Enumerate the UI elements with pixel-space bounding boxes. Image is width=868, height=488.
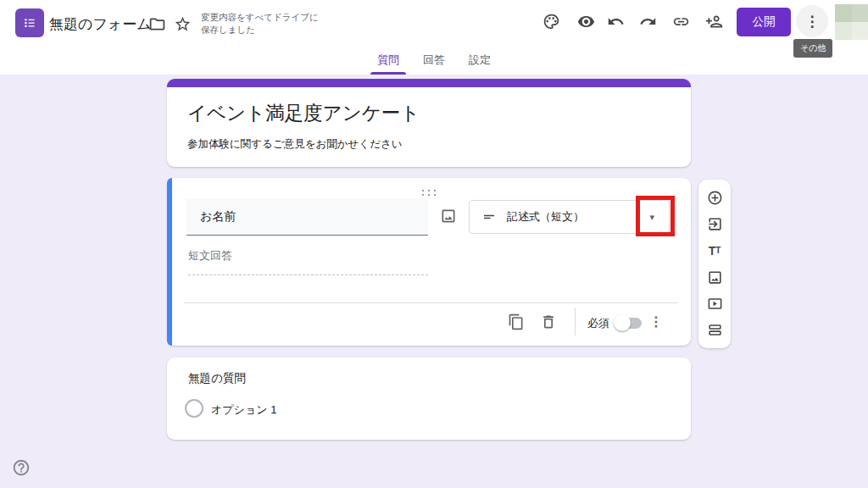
star-button[interactable] (172, 14, 192, 34)
question-type-label: 記述式（短文） (507, 209, 584, 225)
top-bar: 無題のフォーム 変更内容をすべてドライブに 保存しました 公開 (0, 0, 868, 75)
form-card-title[interactable]: イベント満足度アンケート (187, 100, 670, 126)
drag-handle[interactable] (420, 185, 437, 200)
radio-option-icon[interactable] (185, 399, 203, 418)
copy-icon (508, 313, 525, 330)
annotation-highlight-box (636, 196, 675, 236)
question-footer-divider (184, 302, 677, 303)
image-icon (440, 208, 457, 225)
footer-separator (575, 308, 576, 336)
import-questions-icon (707, 216, 723, 232)
redo-button[interactable] (637, 11, 658, 31)
form-header-card[interactable]: イベント満足度アンケート 参加体験に関するご意見をお聞かせください (167, 79, 691, 167)
duplicate-question-button[interactable] (506, 312, 526, 332)
add-video-button[interactable] (706, 296, 723, 313)
google-forms-editor: 無題のフォーム 変更内容をすべてドライブに 保存しました 公開 (0, 0, 868, 488)
drag-dots-icon (420, 189, 437, 197)
import-questions-button[interactable] (706, 215, 723, 232)
section-icon (707, 322, 723, 338)
short-answer-icon (481, 209, 497, 225)
redo-icon (639, 13, 657, 30)
option-label[interactable]: オプション 1 (211, 402, 276, 418)
preview-button[interactable] (576, 11, 596, 31)
untitled-question-title[interactable]: 無題の質問 (188, 371, 246, 386)
save-status-line1: 変更内容をすべてドライブに (201, 11, 319, 24)
link-icon (672, 13, 690, 30)
video-icon (707, 296, 723, 312)
floating-toolbar: TT (698, 180, 731, 348)
save-status-line2: 保存しました (201, 24, 319, 36)
form-title[interactable]: 無題のフォーム (49, 14, 152, 34)
undo-button[interactable] (605, 11, 626, 31)
palette-icon (542, 13, 560, 30)
question-title-input[interactable]: お名前 (186, 199, 428, 236)
question-more-button[interactable]: ⋮ (646, 311, 666, 331)
toggle-knob (614, 314, 631, 331)
form-card-accent-band (167, 79, 691, 87)
trash-icon (540, 313, 557, 330)
delete-question-button[interactable] (538, 312, 559, 332)
publish-button[interactable]: 公開 (737, 8, 791, 36)
form-card-description[interactable]: 参加体験に関するご意見をお聞かせください (187, 137, 670, 152)
add-section-button[interactable] (706, 322, 723, 339)
required-toggle[interactable] (616, 318, 642, 329)
tab-settings[interactable]: 設定 (462, 48, 498, 75)
forms-logo-icon[interactable] (15, 8, 44, 37)
add-image-toolbar-button[interactable] (706, 269, 723, 286)
folder-icon (148, 15, 166, 33)
image-icon (707, 269, 723, 286)
save-status: 変更内容をすべてドライブに 保存しました (201, 11, 319, 36)
question-card-untitled[interactable]: 無題の質問 オプション 1 (167, 358, 691, 440)
question-card-active[interactable]: お名前 記述式（短文） ▾ 短文回答 必須 ⋮ (167, 178, 691, 346)
move-to-folder-button[interactable] (147, 14, 167, 34)
required-label: 必須 (587, 316, 609, 331)
editor-tabs: 質問 回答 設定 (0, 48, 868, 75)
more-options-button[interactable]: ⋮ (796, 5, 828, 37)
add-collaborators-button[interactable] (704, 11, 724, 31)
text-icon: T (709, 245, 716, 257)
add-question-button[interactable] (706, 189, 723, 206)
add-title-text-button[interactable]: TT (706, 242, 723, 259)
forms-list-glyph (21, 14, 38, 31)
person-add-icon (705, 13, 723, 30)
link-button[interactable] (670, 11, 691, 31)
help-icon (12, 458, 31, 477)
short-answer-placeholder: 短文回答 (188, 248, 428, 275)
theme-button[interactable] (541, 11, 561, 31)
tab-responses[interactable]: 回答 (416, 48, 452, 75)
add-image-button[interactable] (438, 206, 459, 226)
help-button[interactable] (12, 458, 31, 477)
tab-questions[interactable]: 質問 (370, 48, 406, 75)
undo-icon (607, 13, 625, 30)
active-question-indicator (167, 178, 172, 346)
plus-circle-icon (707, 190, 723, 206)
star-icon (174, 15, 192, 33)
eye-icon (577, 13, 595, 30)
account-avatar[interactable] (835, 4, 868, 40)
